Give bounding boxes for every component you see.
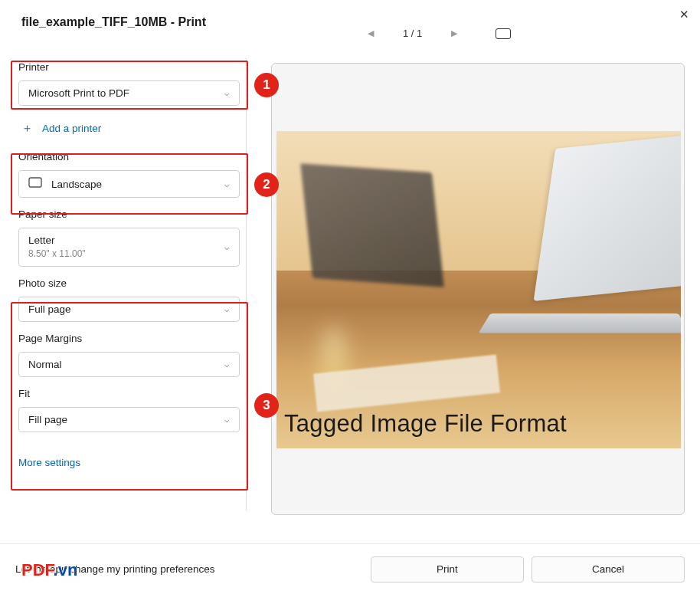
photo-size-dropdown[interactable]: Full page ⌵ [18, 297, 240, 322]
prev-page-icon[interactable]: ◀ [368, 28, 374, 38]
chevron-down-icon: ⌵ [224, 304, 230, 314]
fit-screen-icon[interactable] [496, 28, 511, 39]
cancel-button[interactable]: Cancel [532, 556, 685, 583]
printer-value: Microsoft Print to PDF [28, 87, 224, 99]
preview-image: Tagged Image File Format [276, 131, 681, 448]
page-indicator: 1 / 1 [403, 28, 422, 39]
plus-icon: ＋ [21, 121, 33, 136]
chevron-down-icon: ⌵ [224, 359, 230, 369]
callout-badge-2: 2 [254, 172, 279, 197]
paper-size-label: Paper size [18, 208, 240, 220]
dialog-title: file_example_TIFF_10MB - Print [21, 15, 206, 29]
svg-rect-0 [29, 178, 41, 187]
fit-dropdown[interactable]: Fill page ⌵ [18, 407, 240, 432]
chevron-down-icon: ⌵ [224, 242, 230, 252]
printer-label: Printer [18, 61, 240, 73]
page-margins-label: Page Margins [18, 333, 240, 344]
preview-caption: Tagged Image File Format [284, 410, 567, 438]
chevron-down-icon: ⌵ [224, 88, 230, 98]
photo-size-label: Photo size [18, 277, 240, 289]
orientation-label: Orientation [18, 151, 240, 162]
add-printer-label: Add a printer [42, 123, 101, 134]
printer-dropdown[interactable]: Microsoft Print to PDF ⌵ [18, 80, 240, 106]
more-settings-link[interactable]: More settings [18, 457, 80, 468]
preferences-text[interactable]: Let the app change my printing preferenc… [15, 563, 214, 575]
paper-size-sub: 8.50" x 11.00" [28, 248, 86, 259]
print-button[interactable]: Print [371, 556, 524, 583]
page-margins-value: Normal [28, 359, 224, 370]
fit-value: Fill page [28, 414, 224, 425]
print-preview: Tagged Image File Format [271, 63, 685, 515]
paper-size-value: Letter [28, 235, 224, 246]
paper-size-dropdown[interactable]: Letter 8.50" x 11.00" ⌵ [18, 228, 240, 267]
orientation-dropdown[interactable]: Landscape ⌵ [18, 170, 240, 198]
chevron-down-icon: ⌵ [224, 415, 230, 425]
landscape-icon [28, 177, 42, 191]
photo-size-value: Full page [28, 304, 224, 315]
orientation-value: Landscape [51, 179, 224, 190]
next-page-icon[interactable]: ▶ [451, 28, 457, 38]
page-margins-dropdown[interactable]: Normal ⌵ [18, 352, 240, 377]
chevron-down-icon: ⌵ [224, 179, 230, 189]
callout-badge-1: 1 [254, 73, 279, 97]
close-icon[interactable]: ✕ [679, 8, 689, 21]
add-printer-link[interactable]: ＋ Add a printer [18, 117, 240, 140]
print-sidebar: Printer Microsoft Print to PDF ⌵ ＋ Add a… [0, 58, 247, 510]
callout-badge-3: 3 [254, 393, 279, 418]
fit-label: Fit [18, 388, 240, 399]
